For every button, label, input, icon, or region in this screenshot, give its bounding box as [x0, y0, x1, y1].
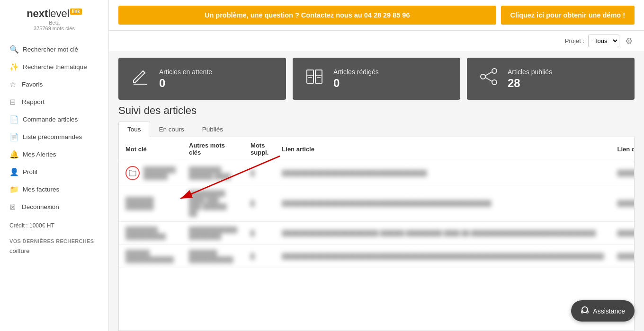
edit-icon [130, 66, 151, 91]
tab-en-cours[interactable]: En cours [150, 122, 193, 137]
svg-line-11 [485, 78, 492, 81]
cell-cible-1: ████████████████ [610, 161, 635, 185]
svg-rect-1 [307, 70, 313, 83]
cell-mot-cle: ████████ ██████ [119, 161, 182, 185]
stat-label-publies: Articles publiés [508, 68, 552, 76]
headset-icon [581, 306, 589, 316]
top-banner: Un problème, une question ? Contactez no… [109, 0, 644, 31]
contact-banner[interactable]: Un problème, une question ? Contactez no… [118, 6, 496, 25]
cell-lien-1: ████████████████████████████████████ [275, 161, 610, 185]
sidebar-item-profil[interactable]: 👤 Profil [0, 163, 108, 181]
stat-info-attente: Articles en attente 0 [159, 68, 212, 90]
last-search-item[interactable]: coiffure [0, 246, 108, 256]
col-header-autres-mots: Autres mots clés [182, 137, 244, 161]
articles-table: Mot clé Autres mots clés Mots suppl. Lie… [119, 137, 635, 268]
svg-point-9 [481, 74, 485, 79]
logout-icon: ⊠ [9, 202, 18, 211]
sidebar-label-rechercher: Rechercher mot clé [23, 46, 78, 53]
cell-mots-3: █ [244, 222, 275, 245]
tab-publies[interactable]: Publiés [193, 122, 232, 137]
cell-autres-4: ██████████████████ [182, 245, 244, 268]
cell-autres-2: █████████████ ██████ ████████ [182, 185, 244, 222]
book-icon [304, 66, 325, 91]
svg-point-7 [492, 69, 497, 73]
sidebar-item-commande-articles[interactable]: 📄 Commande articles [0, 111, 108, 128]
cell-mots-4: █ [244, 245, 275, 268]
svg-rect-16 [587, 311, 588, 313]
table-row: ██████████████████ ██████████████████ █ … [119, 245, 635, 268]
folder-icon: 📁 [9, 185, 19, 194]
stats-row: Articles en attente 0 Articles rédigés 0 [109, 51, 644, 105]
cell-autres-1: ████████ ██████ ████ [182, 161, 244, 185]
share-icon [478, 66, 499, 91]
tab-tous[interactable]: Tous [118, 122, 150, 137]
main-content: Un problème, une question ? Contactez no… [109, 0, 644, 331]
sidebar-item-rechercher-mot-cle[interactable]: 🔍 Rechercher mot clé [0, 41, 108, 58]
stat-value-attente: 0 [159, 77, 212, 90]
table-row: ██████████████ █████████████ ██████ ████… [119, 185, 635, 222]
stat-value-rediges: 0 [333, 77, 379, 90]
col-header-mot-cle: Mot clé [119, 137, 182, 161]
stat-card-publies[interactable]: Articles publiés 28 [467, 58, 635, 100]
stat-info-publies: Articles publiés 28 [508, 68, 552, 90]
report-icon: ⊟ [9, 97, 18, 106]
sidebar-label-favoris: Favoris [22, 81, 43, 88]
cell-cible-4: ████████████████ [610, 245, 635, 268]
project-select[interactable]: Tous [588, 35, 619, 47]
search-icon: 🔍 [9, 45, 19, 54]
logo-link: link [70, 9, 82, 15]
col-header-lien-article: Lien article [275, 137, 610, 161]
stat-card-rediges[interactable]: Articles rédigés 0 [293, 58, 460, 100]
svg-rect-2 [315, 70, 322, 83]
project-row: Projet : Tous ⚙ [109, 31, 644, 51]
logo-area: nextlevellink Beta 375769 mots-clés [0, 0, 108, 36]
cell-cible-3: ████████████████ [610, 222, 635, 245]
stat-value-publies: 28 [508, 77, 552, 90]
credit-label: Crédit : 1000€ HT [0, 218, 108, 234]
logo: nextlevellink [9, 8, 99, 20]
cell-cible-2: ████████████████ [610, 185, 635, 222]
sidebar-label-deconnexion: Deconnexion [22, 203, 59, 210]
svg-point-8 [492, 80, 497, 85]
svg-rect-15 [581, 311, 583, 313]
settings-button[interactable]: ⚙ [623, 35, 635, 47]
cell-mots-2: █ [244, 185, 275, 222]
sidebar-label-factures: Mes factures [23, 186, 59, 193]
doc-icon: 📄 [9, 115, 19, 124]
col-header-lien-cible: Lien cible [610, 137, 635, 161]
logo-next: next [27, 8, 48, 19]
cell-mots-1: █ [244, 161, 275, 185]
svg-line-10 [485, 72, 492, 76]
cell-lien-3: ████████████████████████ ██████ ████████… [275, 222, 610, 245]
sidebar-label-rapport: Rapport [22, 98, 45, 105]
user-icon: 👤 [9, 167, 19, 176]
sidebar-item-mes-alertes[interactable]: 🔔 Mes Alertes [0, 146, 108, 163]
sidebar-nav: 🔍 Rechercher mot clé ✨ Recherche thémati… [0, 41, 108, 216]
articles-title: Suivi des articles [118, 105, 635, 117]
demo-banner[interactable]: Cliquez ici pour obtenir une démo ! [501, 6, 635, 25]
sidebar-item-recherche-thematique[interactable]: ✨ Recherche thématique [0, 58, 108, 76]
blurred-text: ████████ ██████ [143, 166, 176, 180]
logo-beta: Beta [9, 20, 99, 26]
col-header-mots-suppl: Mots suppl. [244, 137, 275, 161]
table-row: ████████ ██████ ████████ ██████ ████ █ █… [119, 161, 635, 185]
sidebar-item-mes-factures[interactable]: 📁 Mes factures [0, 181, 108, 198]
sidebar-label-alertes: Mes Alertes [23, 151, 56, 158]
cell-autres-3: ████████████████████ [182, 222, 244, 245]
project-label: Projet : [565, 37, 584, 44]
stat-label-rediges: Articles rédigés [333, 68, 379, 76]
sidebar-item-liste-precommandes[interactable]: 📄 Liste précommandes [0, 128, 108, 146]
sidebar-label-profil: Profil [23, 168, 37, 175]
cell-mot-3: ██████████████████ [119, 222, 182, 245]
stat-label-attente: Articles en attente [159, 68, 212, 76]
stat-info-rediges: Articles rédigés 0 [333, 68, 379, 90]
sidebar-item-rapport[interactable]: ⊟ Rapport [0, 93, 108, 111]
sidebar-item-deconnexion[interactable]: ⊠ Deconnexion [0, 198, 108, 216]
star-icon: ☆ [9, 80, 18, 89]
sidebar-item-favoris[interactable]: ☆ Favoris [0, 76, 108, 93]
stat-card-attente[interactable]: Articles en attente 0 [118, 58, 286, 100]
folder-cell: ████████ ██████ [125, 166, 176, 180]
table-row: ██████████████████ ████████████████████ … [119, 222, 635, 245]
assistance-button[interactable]: Assistance [571, 300, 635, 322]
last-searches-label: VOS DERNIÈRES RECHERCHES [0, 234, 108, 246]
